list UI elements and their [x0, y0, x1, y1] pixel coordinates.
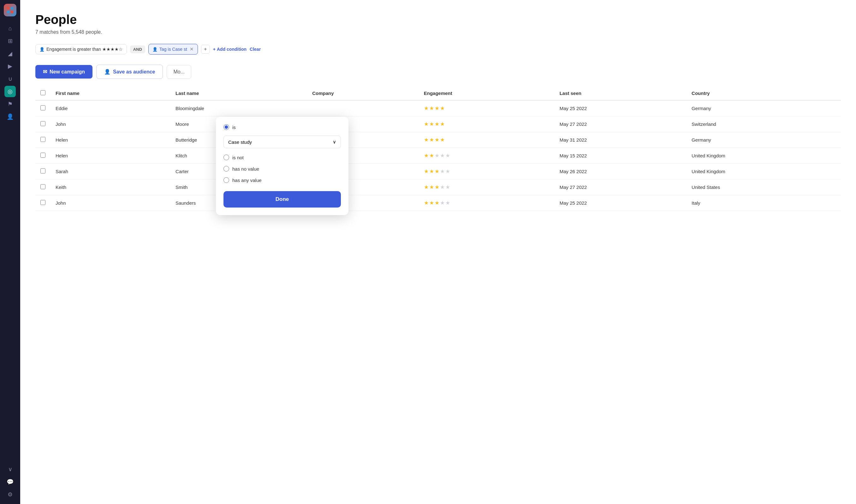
- star-filled: ★: [440, 137, 445, 143]
- cell-country: Germany: [686, 100, 841, 116]
- sidebar: ⌂ ⊞ ◢ ▶ ∪ ◎ ⚑ 👤 ∨ 💬 ⚙: [0, 0, 20, 504]
- svg-rect-3: [11, 11, 13, 13]
- row-checkbox[interactable]: [40, 121, 46, 126]
- chevron-down-icon: ∨: [333, 139, 336, 145]
- app-logo[interactable]: [4, 4, 16, 16]
- play-icon[interactable]: ▶: [4, 60, 16, 72]
- chevron-down-icon[interactable]: ∨: [4, 464, 16, 475]
- add-condition-button[interactable]: + Add condition: [213, 47, 246, 52]
- user-group-icon[interactable]: 👤: [4, 111, 16, 122]
- col-country: Country: [686, 86, 841, 100]
- star-empty: ★: [440, 200, 445, 206]
- option-is-not-radio[interactable]: [224, 155, 229, 160]
- option-has-any-value-radio[interactable]: [224, 177, 229, 183]
- settings-icon[interactable]: ⚙: [4, 489, 16, 500]
- select-value: Case study: [228, 139, 252, 145]
- dashboard-icon[interactable]: ⊞: [4, 35, 16, 47]
- star-filled: ★: [435, 105, 439, 112]
- cell-last-seen: May 25 2022: [555, 100, 686, 116]
- option-has-any-value-label: has any value: [232, 178, 262, 183]
- star-filled: ★: [424, 184, 429, 191]
- new-campaign-button[interactable]: ✉ New campaign: [35, 65, 92, 78]
- cell-last-seen: May 26 2022: [555, 164, 686, 179]
- case-study-select[interactable]: Case study ∨: [224, 136, 341, 148]
- star-filled: ★: [435, 200, 439, 206]
- bookmark-icon[interactable]: ⚑: [4, 98, 16, 110]
- people-table: First name Last name Company Engagement …: [35, 86, 841, 211]
- cell-first-name: Helen: [51, 132, 171, 148]
- tag-filter-close-icon[interactable]: ✕: [190, 47, 194, 52]
- option-is-not[interactable]: is not: [224, 155, 341, 160]
- star-filled: ★: [440, 105, 445, 112]
- cell-country: Italy: [686, 195, 841, 211]
- table-row: HelenKlitchSumace★★★★★May 15 2022United …: [35, 148, 841, 164]
- star-empty: ★: [440, 152, 445, 159]
- star-empty: ★: [446, 184, 450, 191]
- select-all-checkbox[interactable]: [40, 90, 46, 95]
- save-audience-button[interactable]: 👤 Save as audience: [96, 65, 163, 79]
- row-checkbox[interactable]: [40, 184, 46, 189]
- table-row: JohnSaundersdambase★★★★★May 25 2022Italy: [35, 195, 841, 211]
- option-has-no-value-label: has no value: [232, 166, 259, 172]
- row-checkbox[interactable]: [40, 152, 46, 158]
- row-checkbox[interactable]: [40, 137, 46, 142]
- done-button[interactable]: Done: [224, 191, 341, 208]
- table-row: JohnMoore★★★★May 27 2022Switzerland: [35, 116, 841, 132]
- row-checkbox[interactable]: [40, 105, 46, 110]
- filter-bar: 👤 Engagement is greater than ★★★★☆ AND 👤…: [35, 44, 841, 55]
- star-filled: ★: [440, 121, 445, 127]
- plus-icon[interactable]: +: [201, 45, 210, 54]
- chart-icon[interactable]: ◢: [4, 48, 16, 59]
- star-filled: ★: [424, 121, 429, 127]
- cell-engagement: ★★★★★: [419, 164, 555, 179]
- col-company: Company: [307, 86, 419, 100]
- cell-engagement: ★★★★★: [419, 179, 555, 195]
- col-first-name: First name: [51, 86, 171, 100]
- star-filled: ★: [429, 137, 434, 143]
- table-row: EddieBloomingdale★★★★May 25 2022Germany: [35, 100, 841, 116]
- star-filled: ★: [435, 168, 439, 175]
- cell-engagement: ★★★★: [419, 100, 555, 116]
- star-filled: ★: [429, 200, 434, 206]
- row-checkbox[interactable]: [40, 168, 46, 174]
- option-has-any-value[interactable]: has any value: [224, 177, 341, 183]
- row-checkbox[interactable]: [40, 200, 46, 205]
- svg-rect-1: [11, 7, 13, 10]
- star-filled: ★: [429, 121, 434, 127]
- star-filled: ★: [424, 152, 429, 159]
- col-engagement: Engagement: [419, 86, 555, 100]
- cell-last-name: Bloomingdale: [171, 100, 307, 116]
- option-has-no-value-radio[interactable]: [224, 166, 229, 172]
- engagement-filter-chip[interactable]: 👤 Engagement is greater than ★★★★☆: [35, 44, 127, 54]
- star-empty: ★: [435, 152, 439, 159]
- cell-first-name: John: [51, 116, 171, 132]
- more-button[interactable]: Mo...: [167, 65, 191, 79]
- col-last-seen: Last seen: [555, 86, 686, 100]
- option-is-radio[interactable]: [224, 124, 229, 130]
- chat-icon[interactable]: 💬: [4, 476, 16, 488]
- cell-engagement: ★★★★★: [419, 148, 555, 164]
- option-is[interactable]: is: [224, 124, 341, 130]
- home-icon[interactable]: ⌂: [4, 23, 16, 34]
- cell-country: Germany: [686, 132, 841, 148]
- star-filled: ★: [429, 105, 434, 112]
- svg-rect-0: [7, 7, 10, 10]
- option-has-no-value[interactable]: has no value: [224, 166, 341, 172]
- clear-button[interactable]: Clear: [250, 47, 261, 52]
- and-label: AND: [130, 46, 145, 53]
- star-empty: ★: [440, 168, 445, 175]
- tag-filter-chip[interactable]: 👤 Tag is Case st ✕: [149, 44, 198, 55]
- star-filled: ★: [429, 168, 434, 175]
- star-filled: ★: [429, 184, 434, 191]
- tag-person-icon: 👤: [153, 47, 157, 52]
- star-empty: ★: [446, 152, 450, 159]
- star-filled: ★: [429, 152, 434, 159]
- u-icon[interactable]: ∪: [4, 73, 16, 85]
- main-content: People 7 matches from 5,548 people. 👤 En…: [20, 0, 856, 504]
- star-filled: ★: [424, 105, 429, 112]
- people-icon[interactable]: ◎: [4, 86, 16, 97]
- star-empty: ★: [446, 168, 450, 175]
- cell-first-name: Keith: [51, 179, 171, 195]
- cell-first-name: Helen: [51, 148, 171, 164]
- email-icon: ✉: [43, 69, 47, 75]
